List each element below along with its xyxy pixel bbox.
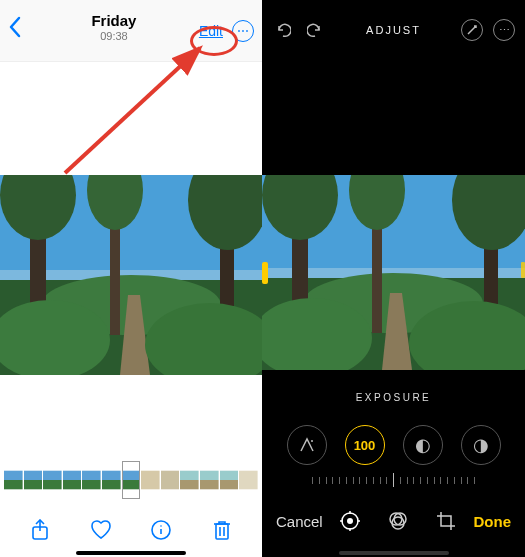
svg-rect-22 [82,480,101,489]
adjust-tab[interactable] [339,510,361,532]
edit-photo-viewport[interactable] [262,175,525,370]
filters-tab[interactable] [387,510,409,532]
photos-detail-screen: Friday 09:38 Edit ⋯ [0,0,262,557]
svg-rect-24 [102,480,121,489]
thumbnail[interactable] [180,461,199,499]
photo-time: 09:38 [32,30,196,42]
brilliance-dial[interactable]: ◐ [403,425,443,465]
thumbnail[interactable] [63,461,82,499]
photo-title: Friday 09:38 [32,6,196,42]
photos-header: Friday 09:38 Edit ⋯ [0,0,262,62]
svg-rect-21 [82,471,101,480]
photo-date: Friday [32,12,196,29]
edit-mode-title: ADJUST [326,24,461,36]
redo-button[interactable] [304,19,326,41]
markup-button[interactable] [461,19,483,41]
adjustment-slider[interactable] [312,470,475,490]
svg-rect-18 [43,480,62,489]
svg-rect-34 [220,480,239,489]
photo-edit-screen: ADJUST ⋯ EXPOSURE [262,0,525,557]
svg-rect-28 [161,471,180,490]
share-button[interactable] [27,517,53,543]
thumbnail[interactable] [220,461,239,499]
svg-point-59 [347,518,353,524]
adjustment-dials: 100 ◐ ◑ [262,416,525,474]
svg-rect-27 [141,471,160,490]
svg-rect-15 [24,471,43,480]
back-button[interactable] [8,6,32,44]
undo-button[interactable] [272,19,294,41]
header-actions: Edit ⋯ [196,6,254,42]
svg-rect-16 [24,480,43,489]
options-button[interactable]: ⋯ [493,19,515,41]
thumbnail[interactable] [82,461,101,499]
thumbnail[interactable] [200,461,219,499]
exposure-dial[interactable]: 100 [345,425,385,465]
thumbnail-strip[interactable] [4,461,258,499]
info-button[interactable] [148,517,174,543]
edit-button[interactable]: Edit [196,22,226,40]
thumbnail[interactable] [102,461,121,499]
svg-rect-20 [63,480,82,489]
svg-rect-31 [200,471,219,480]
photos-toolbar [0,513,262,547]
favorite-button[interactable] [88,517,114,543]
svg-rect-29 [180,471,199,480]
crop-handle-right[interactable] [521,262,525,278]
photo-viewport[interactable] [0,175,262,375]
svg-line-0 [65,48,200,173]
svg-rect-32 [200,480,219,489]
more-button[interactable]: ⋯ [232,20,254,42]
thumbnail[interactable] [43,461,62,499]
done-button[interactable]: Done [474,513,512,530]
crop-tab[interactable] [435,510,457,532]
highlights-dial[interactable]: ◑ [461,425,501,465]
svg-point-40 [160,525,162,527]
thumbnail-selected[interactable] [122,461,141,499]
home-indicator[interactable] [339,551,449,555]
thumbnail[interactable] [4,461,23,499]
svg-rect-23 [102,471,121,480]
edit-bottom-bar: Cancel Done [262,501,525,541]
thumbnail[interactable] [24,461,43,499]
svg-rect-33 [220,471,239,480]
crop-handle-left[interactable] [262,262,268,284]
thumbnail[interactable] [161,461,180,499]
svg-rect-26 [122,480,141,489]
home-indicator[interactable] [76,551,186,555]
thumbnail[interactable] [141,461,160,499]
edit-mode-tabs [323,510,474,532]
auto-enhance-dial[interactable] [287,425,327,465]
adjustment-name: EXPOSURE [262,392,525,403]
svg-rect-25 [122,471,141,480]
edit-header: ADJUST ⋯ [262,0,525,60]
svg-rect-14 [4,480,23,489]
svg-rect-19 [63,471,82,480]
svg-point-57 [311,440,313,442]
thumbnail[interactable] [239,461,258,499]
cancel-button[interactable]: Cancel [276,513,323,530]
svg-rect-35 [239,471,258,490]
delete-button[interactable] [209,517,235,543]
svg-rect-17 [43,471,62,480]
svg-point-66 [392,517,404,529]
svg-rect-13 [4,471,23,480]
svg-rect-30 [180,480,199,489]
svg-rect-41 [216,524,228,539]
